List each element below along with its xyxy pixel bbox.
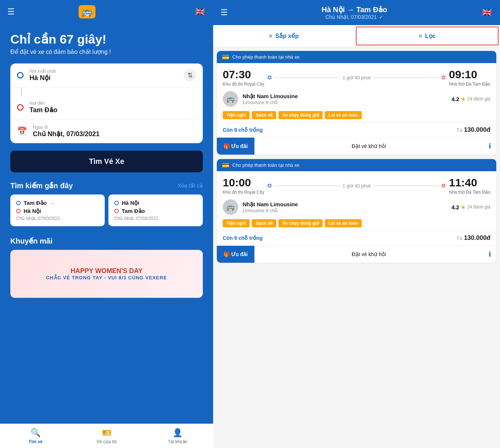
sort-icon: ≡ [269, 33, 272, 39]
date-field[interactable]: 📅 Ngày đi Chủ Nhật, 07/03/2021 [10, 120, 203, 143]
filter-label: Lọc [425, 32, 436, 39]
recent-to-route-1: Tam Đảo [114, 208, 197, 214]
arrive-time-1: 11:40 [449, 176, 491, 189]
search-button[interactable]: Tìm Vé Xe [10, 151, 203, 172]
recent-from-0: Tam Đảo [24, 200, 47, 206]
dest-dot-0 [16, 209, 21, 213]
info-button-1[interactable]: ℹ [483, 246, 496, 263]
recent-item-0[interactable]: Tam Đảo → Hà Nội Chủ Nhật, 07/03/2021 [10, 194, 105, 226]
recent-route-0: Tam Đảo → [16, 200, 99, 206]
route-info: Hà Nội → Tam Đảo Chủ Nhật, 07/03/2021 ✓ [322, 5, 387, 20]
trip-tags-0: Tiện nghi Sạch sẽ Xe chạy đúng giờ Lái x… [217, 110, 496, 122]
recent-item-1[interactable]: Hà Nội Tam Đảo Chủ Nhật, 07/03/2021 [108, 194, 203, 226]
operator-rating-1: 4.2 ★ 24 đánh giá [451, 204, 490, 211]
promo-title: Khuyến mãi [10, 237, 203, 245]
duration-block-0: 1 giờ 40 phút [268, 75, 445, 80]
duration-text-1: 1 giờ 40 phút [343, 183, 371, 189]
right-hamburger-icon[interactable]: ☰ [221, 8, 228, 17]
promo-text: HAPPY WOMEN'S DAY CHẮC VÉ TRONG TAY - VU… [42, 263, 171, 284]
origin-content: Nơi xuất phát Hà Nội [29, 69, 196, 82]
promo-line1: HAPPY WOMEN'S DAY [46, 267, 167, 275]
trips-list: 💳 Cho phép thanh toán tại nhà xe 07:30 K… [213, 47, 500, 448]
rating-count-1: 24 đánh giá [467, 204, 490, 210]
dest-dot-1 [114, 209, 119, 213]
hamburger-icon[interactable]: ☰ [7, 7, 15, 17]
rating-value-0: 4.2 [451, 96, 459, 102]
price-value-0: 130.000đ [464, 126, 490, 133]
account-nav-icon: 👤 [173, 428, 183, 438]
trip-times-1: 10:00 Khu đô thị Royal City 1 giờ 40 phú… [217, 171, 496, 196]
recent-route-1: Hà Nội [114, 200, 197, 206]
tag-0-1: Sạch sẽ [252, 111, 276, 119]
filter-tab[interactable]: ≡ Lọc [356, 27, 499, 45]
payment-banner-1: 💳 Cho phép thanh toán tại nhà xe [217, 159, 496, 171]
swap-button[interactable]: ⇅ [184, 69, 196, 82]
rating-count-0: 24 đánh giá [467, 96, 490, 101]
recent-section-header: Tìm kiếm gần đây Xóa tất cả [10, 181, 203, 190]
recent-date-0: Chủ Nhật, 07/03/2021 [16, 216, 99, 221]
recent-to-0: Hà Nội [24, 208, 41, 214]
right-panel: ☰ Hà Nội → Tam Đảo Chủ Nhật, 07/03/2021 … [213, 0, 500, 448]
tag-1-1: Sạch sẽ [252, 219, 276, 227]
arrive-dot-0 [442, 76, 445, 79]
tag-1-3: Lái xe an toàn [325, 219, 362, 227]
return-button-0[interactable]: Đặt vé khứ hồi [254, 138, 483, 155]
logo-text: Vexere [99, 6, 130, 18]
return-button-1[interactable]: Đặt vé khứ hồi [254, 246, 483, 263]
operator-avatar-0: 🚌 [223, 91, 238, 107]
right-header: ☰ Hà Nội → Tam Đảo Chủ Nhật, 07/03/2021 … [213, 0, 500, 25]
promo-button-1[interactable]: 🎁 Ưu đãi [217, 246, 254, 263]
recent-date-1: Chủ Nhật, 07/03/2021 [114, 216, 197, 221]
route-date-text: Chủ Nhật, 07/03/2021 [325, 14, 376, 20]
arrive-dot-1 [442, 184, 445, 187]
origin-label: Nơi xuất phát [29, 69, 196, 74]
tag-0-3: Lái xe an toàn [325, 111, 362, 119]
price-from-1: Từ [456, 236, 462, 241]
star-icon-1: ★ [461, 204, 466, 211]
depart-dot-1 [268, 184, 271, 187]
tag-1-0: Tiện nghi [223, 219, 250, 227]
sort-tab[interactable]: ≡ Sắp xếp [213, 25, 354, 47]
nav-item-search[interactable]: 🔍 Tìm vé [0, 424, 71, 448]
duration-line-end-0 [373, 77, 440, 78]
right-language-flag[interactable]: 🇬🇧 [481, 7, 493, 18]
left-panel: ☰ 🚌 Vexere 🇬🇧 Chỉ cần 67 giây! Để đặt vé… [0, 0, 213, 448]
depart-time-0: 07:30 [223, 68, 264, 81]
origin-field[interactable]: Nơi xuất phát Hà Nội ⇅ [10, 63, 203, 87]
clear-all-button[interactable]: Xóa tất cả [177, 182, 203, 189]
tag-1-2: Xe chạy đúng giờ [278, 219, 322, 227]
info-button-0[interactable]: ℹ [483, 138, 496, 155]
trip-actions-1: 🎁 Ưu đãi Đặt vé khứ hồi ℹ [217, 245, 496, 263]
language-flag[interactable]: 🇬🇧 [194, 6, 206, 18]
payment-text-1: Cho phép thanh toán tại nhà xe [232, 162, 299, 168]
trip-tags-1: Tiện nghi Sạch sẽ Xe chạy đúng giờ Lái x… [217, 218, 496, 230]
filter-bar: ≡ Sắp xếp ≡ Lọc [213, 25, 500, 47]
promo-line2: CHẮC VÉ TRONG TAY - VUI 8/3 CÙNG VEXERE [46, 275, 167, 280]
origin-dot-0 [16, 201, 21, 205]
trip-card-0: 💳 Cho phép thanh toán tại nhà xe 07:30 K… [217, 51, 496, 155]
trip-times-0: 07:30 Khu đô thị Royal City 1 giờ 40 phú… [217, 63, 496, 88]
destination-icon [17, 104, 24, 111]
seats-left-1: Còn 9 chỗ trống [223, 235, 263, 241]
left-header: ☰ 🚌 Vexere 🇬🇧 [0, 0, 213, 24]
promo-banner: HAPPY WOMEN'S DAY CHẮC VÉ TRONG TAY - VU… [10, 250, 203, 298]
destination-label: Nơi đến [29, 101, 196, 106]
destination-field[interactable]: Nơi đến Tam Đảo [10, 96, 203, 120]
origin-value: Hà Nội [29, 74, 196, 82]
nav-item-account[interactable]: 👤 Tài khoản [142, 424, 213, 448]
tag-0-0: Tiện nghi [223, 111, 250, 119]
payment-text-0: Cho phép thanh toán tại nhà xe [232, 54, 299, 60]
recent-searches-list: Tam Đảo → Hà Nội Chủ Nhật, 07/03/2021 Hà… [10, 194, 203, 226]
search-nav-icon: 🔍 [31, 428, 41, 438]
duration-line-end-1 [373, 186, 440, 186]
duration-line-1 [274, 186, 340, 186]
price-block-0: Từ 130.000đ [456, 126, 490, 134]
promo-button-0[interactable]: 🎁 Ưu đãi [217, 138, 254, 155]
operator-type-0: Limousine 9 chỗ [243, 100, 447, 105]
depart-location-0: Khu đô thị Royal City [223, 82, 264, 87]
trip-footer-0: Còn 9 chỗ trống Từ 130.000đ [217, 122, 496, 137]
nav-item-tickets[interactable]: 🎫 Vé của tôi [71, 424, 142, 448]
depart-time-1: 10:00 [223, 176, 264, 189]
ticket-nav-icon: 🎫 [102, 428, 112, 438]
calendar-check-icon: ✓ [379, 14, 383, 20]
